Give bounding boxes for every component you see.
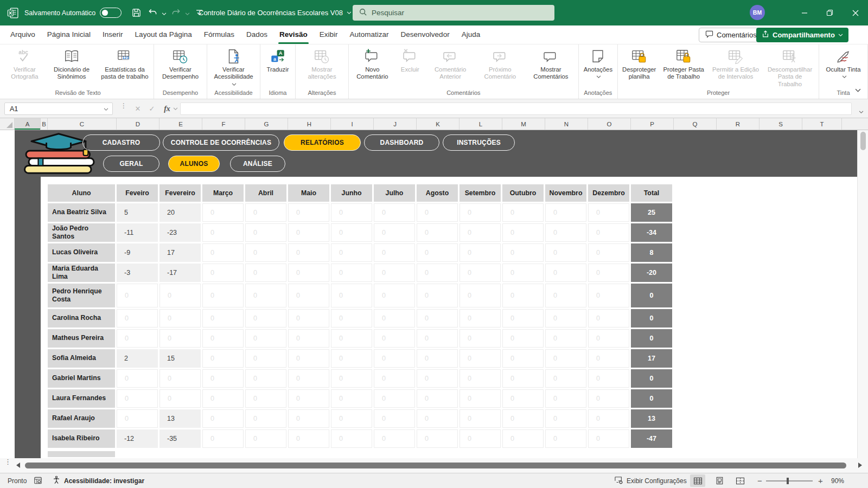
table-header-month[interactable]: Maio [288, 184, 329, 202]
month-value-cell[interactable]: 0 [545, 409, 586, 428]
scroll-right-icon[interactable] [858, 463, 862, 468]
month-value-cell[interactable]: 0 [245, 264, 286, 282]
month-value-cell[interactable]: 13 [159, 409, 201, 428]
month-value-cell[interactable]: 0 [374, 329, 415, 348]
nav-button-geral[interactable]: GERAL [103, 156, 159, 172]
fx-dropdown-icon[interactable] [171, 102, 179, 115]
month-value-cell[interactable]: 0 [331, 284, 372, 307]
table-header-month[interactable]: Feveiro [117, 184, 158, 202]
month-value-cell[interactable]: 0 [459, 264, 501, 282]
comments-button[interactable]: Comentários [699, 28, 763, 42]
month-value-cell[interactable]: 0 [545, 429, 586, 448]
vertical-scrollbar-thumb[interactable] [860, 132, 866, 150]
ribbon-button-novo-comentário[interactable]: Novo Comentário [350, 46, 394, 89]
month-value-cell[interactable]: 0 [245, 389, 286, 408]
month-value-cell[interactable]: 0 [117, 409, 158, 428]
month-value-cell[interactable]: 0 [202, 223, 244, 242]
month-value-cell[interactable]: -9 [117, 243, 158, 262]
search-input[interactable]: Pesquisar [353, 5, 554, 21]
month-value-cell[interactable]: 0 [588, 409, 629, 428]
month-value-cell[interactable]: 0 [202, 264, 244, 282]
month-value-cell[interactable]: 0 [588, 389, 629, 408]
month-value-cell[interactable]: 0 [245, 369, 286, 388]
table-header-month[interactable]: Março [202, 184, 244, 202]
column-header-T[interactable]: T [802, 118, 842, 130]
month-value-cell[interactable]: 0 [459, 429, 501, 448]
month-value-cell[interactable]: 0 [374, 203, 415, 222]
month-value-cell[interactable]: 0 [459, 203, 501, 222]
month-value-cell[interactable]: 0 [502, 429, 544, 448]
month-value-cell[interactable]: 0 [159, 369, 201, 388]
month-value-cell[interactable]: 0 [245, 223, 286, 242]
zoom-level[interactable]: 90% [831, 473, 844, 488]
month-value-cell[interactable]: 0 [331, 309, 372, 328]
month-value-cell[interactable]: 0 [588, 284, 629, 307]
month-value-cell[interactable]: 0 [502, 349, 544, 368]
month-value-cell[interactable]: 0 [117, 309, 158, 328]
scroll-left-icon[interactable] [16, 463, 20, 468]
month-value-cell[interactable]: 0 [545, 389, 586, 408]
student-name-cell[interactable]: Pedro Henrique Costa [48, 284, 115, 307]
month-value-cell[interactable]: 0 [545, 284, 586, 307]
month-value-cell[interactable]: 0 [502, 284, 544, 307]
table-header-aluno[interactable]: Aluno [48, 184, 115, 202]
student-name-cell[interactable]: Sofia Almeida [48, 349, 115, 368]
horizontal-scrollbar[interactable]: ⋮ [0, 458, 868, 473]
share-button[interactable]: Compartilhamento [756, 28, 848, 42]
month-value-cell[interactable]: 0 [202, 309, 244, 328]
month-value-cell[interactable]: 2 [117, 349, 158, 368]
month-value-cell[interactable]: 0 [459, 349, 501, 368]
total-cell[interactable]: 25 [631, 203, 672, 222]
column-header-I[interactable]: I [331, 118, 374, 130]
zoom-slider[interactable] [766, 480, 813, 481]
vertical-scrollbar[interactable] [857, 130, 868, 458]
month-value-cell[interactable]: 0 [117, 369, 158, 388]
month-value-cell[interactable]: 15 [159, 349, 201, 368]
month-value-cell[interactable]: 0 [417, 369, 458, 388]
month-value-cell[interactable]: 0 [288, 284, 329, 307]
student-name-cell[interactable]: João Pedro Santos [48, 223, 115, 242]
menu-tab-arquivo[interactable]: Arquivo [4, 25, 41, 44]
month-value-cell[interactable]: 0 [331, 223, 372, 242]
total-cell[interactable]: 13 [631, 409, 672, 428]
nav-button-relatórios[interactable]: RELATÓRIOS [284, 134, 361, 151]
ribbon-button-mostrar-comentários[interactable]: Mostrar Comentários [525, 46, 577, 89]
month-value-cell[interactable]: 0 [502, 369, 544, 388]
month-value-cell[interactable]: 0 [588, 223, 629, 242]
month-value-cell[interactable]: 0 [459, 389, 501, 408]
normal-view-icon[interactable] [690, 474, 705, 487]
month-value-cell[interactable]: 0 [545, 369, 586, 388]
month-value-cell[interactable]: 0 [374, 389, 415, 408]
menu-tab-layout-da-página[interactable]: Layout da Página [129, 25, 198, 44]
column-header-Q[interactable]: Q [674, 118, 717, 130]
avatar[interactable]: BM [750, 5, 765, 20]
column-header-S[interactable]: S [760, 118, 802, 130]
restore-icon[interactable] [817, 0, 843, 25]
month-value-cell[interactable]: 0 [202, 429, 244, 448]
student-name-cell[interactable]: Rafael Araujo [48, 409, 115, 428]
month-value-cell[interactable]: 0 [588, 429, 629, 448]
menu-tab-automatizar[interactable]: Automatizar [344, 25, 395, 44]
month-value-cell[interactable]: 0 [417, 429, 458, 448]
month-value-cell[interactable]: 0 [245, 329, 286, 348]
total-cell[interactable]: -47 [631, 429, 672, 448]
month-value-cell[interactable]: 0 [545, 203, 586, 222]
month-value-cell[interactable]: 0 [545, 223, 586, 242]
month-value-cell[interactable]: 0 [417, 349, 458, 368]
month-value-cell[interactable]: 0 [545, 243, 586, 262]
total-cell[interactable]: 0 [631, 369, 672, 388]
table-header-month[interactable]: Novembro [545, 184, 586, 202]
month-value-cell[interactable]: 0 [374, 264, 415, 282]
column-header-G[interactable]: G [245, 118, 288, 130]
month-value-cell[interactable]: 0 [159, 309, 201, 328]
month-value-cell[interactable]: 0 [202, 329, 244, 348]
student-name-cell[interactable]: Isabela Ribeiro [48, 429, 115, 448]
month-value-cell[interactable]: 0 [588, 329, 629, 348]
ribbon-button-verificar-acessibilidade[interactable]: Verificar Acessibilidade [209, 46, 258, 89]
month-value-cell[interactable]: 0 [374, 409, 415, 428]
student-name-cell[interactable]: Laura Fernandes [48, 389, 115, 408]
column-header-P[interactable]: P [631, 118, 674, 130]
month-value-cell[interactable]: 0 [545, 329, 586, 348]
table-header-month[interactable]: Dezembro [588, 184, 629, 202]
month-value-cell[interactable]: 0 [288, 203, 329, 222]
